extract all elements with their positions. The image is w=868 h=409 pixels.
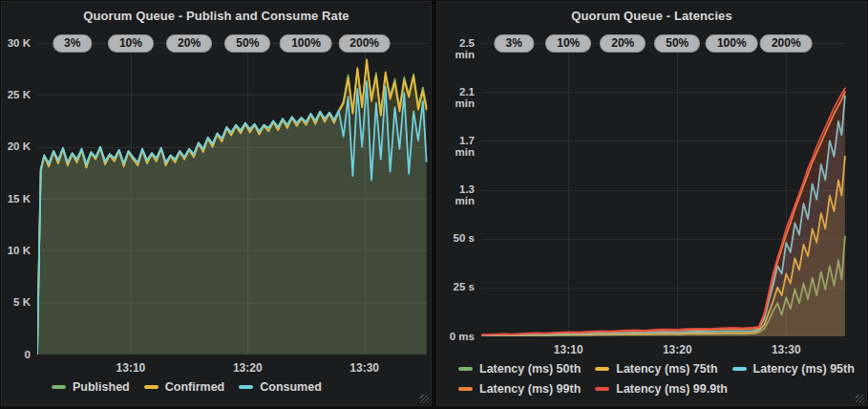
legend-item-latency-ms-95th[interactable]: Latency (ms) 95th (732, 362, 855, 376)
legend-label: Published (73, 380, 130, 394)
panel-title[interactable]: Quorum Queue - Publish and Consume Rate (2, 2, 431, 23)
x-axis-tick-label: 13:10 (543, 343, 593, 356)
series-area-latency-ms-99-9th (481, 88, 845, 336)
legend-swatch-icon (52, 385, 66, 389)
y-axis-tick-label: 30 K (2, 37, 31, 49)
annotation-pill-100[interactable]: 100% (706, 34, 758, 53)
panel-latencies: Quorum Queue - Latencies Latency (ms) 50… (436, 1, 867, 406)
legend-item-latency-ms-75th[interactable]: Latency (ms) 75th (595, 362, 717, 376)
annotation-pill-20[interactable]: 20% (166, 34, 212, 53)
y-axis-tick-label: 25 s (437, 281, 475, 292)
legend-swatch-icon (595, 387, 609, 391)
x-axis-tick-label: 13:20 (222, 361, 272, 375)
y-axis-tick-label: 2.1 min (437, 86, 475, 109)
legend-swatch-icon (595, 367, 609, 371)
x-axis-tick-label: 13:30 (340, 361, 390, 375)
y-axis-tick-label: 5 K (2, 296, 31, 308)
y-axis-tick-label: 2.5 min (437, 37, 475, 60)
annotation-pill-100[interactable]: 100% (280, 34, 332, 53)
legend-swatch-icon (732, 367, 747, 371)
y-axis-tick-label: 1.7 min (437, 135, 475, 158)
legend-item-latency-ms-99th[interactable]: Latency (ms) 99th (458, 382, 581, 396)
legend-label: Latency (ms) 95th (753, 362, 855, 376)
chart-plot-area[interactable] (481, 43, 846, 336)
annotation-pill-50[interactable]: 50% (224, 34, 270, 53)
legend-label: Confirmed (165, 380, 225, 394)
legend-label: Latency (ms) 99.9th (616, 382, 728, 396)
legend-item-consumed[interactable]: Consumed (239, 380, 322, 394)
legend: PublishedConfirmedConsumed (52, 380, 424, 400)
y-axis-tick-label: 50 s (437, 232, 475, 244)
panel-resize-handle[interactable] (856, 395, 864, 403)
legend-item-latency-ms-50th[interactable]: Latency (ms) 50th (458, 362, 581, 376)
y-axis-tick-label: 0 ms (437, 331, 475, 342)
y-axis-tick-label: 15 K (2, 193, 31, 204)
legend-item-published[interactable]: Published (52, 380, 130, 394)
y-axis-tick-label: 25 K (2, 89, 31, 100)
y-axis-tick-label: 0 (2, 349, 31, 360)
legend-label: Latency (ms) 50th (479, 362, 581, 376)
x-axis-tick-label: 13:20 (652, 343, 702, 356)
legend-item-confirmed[interactable]: Confirmed (144, 380, 225, 394)
grafana-dashboard: Quorum Queue - Publish and Consume Rate … (0, 0, 868, 409)
panel-publish-consume-rate: Quorum Queue - Publish and Consume Rate … (1, 1, 432, 406)
legend-item-latency-ms-99-9th[interactable]: Latency (ms) 99.9th (595, 382, 728, 396)
legend-swatch-icon (239, 385, 253, 389)
y-axis-tick-label: 1.3 min (437, 183, 475, 206)
annotation-pill-200[interactable]: 200% (338, 34, 391, 53)
annotation-pill-3[interactable]: 3% (495, 34, 534, 53)
y-axis-tick-label: 20 K (2, 140, 31, 152)
annotation-pill-50[interactable]: 50% (654, 34, 700, 53)
panel-resize-handle[interactable] (420, 395, 429, 403)
chart-plot-area[interactable] (37, 43, 429, 355)
legend-swatch-icon (458, 387, 473, 391)
x-axis-tick-label: 13:30 (761, 343, 811, 356)
legend-label: Latency (ms) 75th (616, 362, 717, 376)
annotation-pill-3[interactable]: 3% (53, 34, 92, 53)
legend-swatch-icon (458, 367, 473, 371)
y-axis-tick-label: 10 K (2, 245, 31, 256)
annotation-pill-200[interactable]: 200% (760, 34, 813, 53)
x-axis-tick-label: 13:10 (106, 361, 156, 375)
annotation-pill-20[interactable]: 20% (600, 34, 646, 53)
legend-swatch-icon (144, 385, 159, 389)
legend-label: Latency (ms) 99th (479, 382, 581, 396)
legend: Latency (ms) 50thLatency (ms) 75thLatenc… (458, 362, 867, 402)
annotation-pill-10[interactable]: 10% (545, 34, 591, 53)
panel-title[interactable]: Quorum Queue - Latencies (437, 2, 866, 23)
legend-label: Consumed (260, 380, 322, 394)
annotation-pill-10[interactable]: 10% (108, 34, 154, 53)
